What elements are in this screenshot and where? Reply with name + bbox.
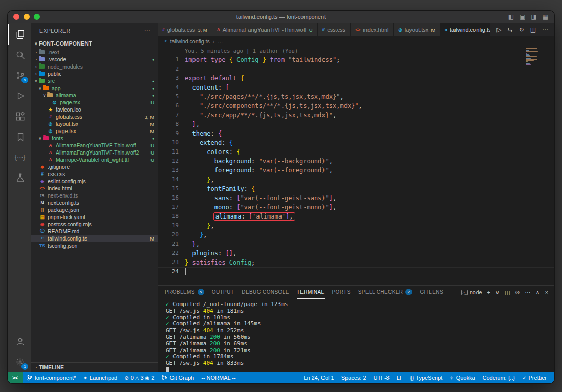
compare-icon[interactable]: ⇆ xyxy=(508,26,513,33)
panel-tab-problems[interactable]: PROBLEMS5 xyxy=(165,286,204,299)
editor-tab-AlimamaFangYuanTiVF-Thin.woff[interactable]: AAlimamaFangYuanTiVF-Thin.woffU xyxy=(212,23,318,36)
tree-item[interactable]: ›.next xyxy=(31,49,158,56)
more-icon[interactable]: ⋯ xyxy=(525,289,531,296)
status-launchpad[interactable]: ✦Launchpad xyxy=(79,372,121,383)
breadcrumb[interactable]: ≈ tailwind.config.ts › … xyxy=(158,36,554,47)
terminal-prompt[interactable] xyxy=(166,367,554,372)
close-button[interactable] xyxy=(13,14,19,20)
close-icon[interactable]: × xyxy=(545,289,548,295)
editor-tab-index.html[interactable]: <>index.html xyxy=(351,23,394,36)
run-icon[interactable]: ▷ xyxy=(496,26,501,33)
code-line[interactable]: 15 fontFamily: { xyxy=(158,184,554,193)
status-prettier[interactable]: ✓Prettier xyxy=(518,372,550,383)
activity-bookmarks[interactable] xyxy=(8,126,31,147)
trash-icon[interactable]: ⊘ xyxy=(515,289,520,296)
status-codeium[interactable]: Codeium: {..} xyxy=(479,372,519,383)
activity-flask[interactable] xyxy=(8,167,31,188)
status-indentation[interactable]: Spaces: 2 xyxy=(338,372,370,383)
split-icon[interactable]: ◫ xyxy=(505,289,510,296)
tree-item[interactable]: ›.vscode● xyxy=(31,56,158,63)
status-vim-mode[interactable]: -- NORMAL -- xyxy=(198,372,239,383)
code-line[interactable]: 12 background: "var(--background)", xyxy=(158,157,554,166)
zoom-button[interactable] xyxy=(34,14,40,20)
code-line[interactable]: 21 }, xyxy=(158,239,554,249)
tree-item[interactable]: {}package.json xyxy=(31,206,158,213)
code-line[interactable]: 14 }, xyxy=(158,175,554,184)
tree-item[interactable]: <>index.html xyxy=(31,185,158,192)
code-line[interactable]: 20 }, xyxy=(158,230,554,239)
history-icon[interactable]: ↻ xyxy=(519,26,524,33)
tree-item[interactable]: ∨src● xyxy=(31,77,158,84)
panel-tab-output[interactable]: OUTPUT xyxy=(212,286,234,299)
tree-item[interactable]: ▤pnpm-lock.yaml xyxy=(31,213,158,221)
tree-item[interactable]: AManrope-VariableFont_wght.ttfU xyxy=(31,156,158,163)
editor-tab-css.css[interactable]: #css.css xyxy=(318,23,351,36)
tree-item[interactable]: ∨app● xyxy=(31,84,158,92)
terminal-output[interactable]: ✓ Compiled /_not-found/page in 123msGET … xyxy=(158,299,554,372)
tree-item[interactable]: TStsconfig.json xyxy=(31,242,158,249)
code-line[interactable]: 11 colors: { xyxy=(158,147,554,157)
layout-panel-icon[interactable]: ▣ xyxy=(520,13,525,20)
panel-tab-ports[interactable]: PORTS xyxy=(332,286,351,299)
activity-settings[interactable]: 1 xyxy=(8,352,31,372)
code-line[interactable]: 3export default { xyxy=(158,74,554,83)
activity-run-debug[interactable] xyxy=(8,85,31,106)
code-line[interactable]: 13 foreground: "var(--foreground)", xyxy=(158,166,554,175)
tree-item[interactable]: ∨fonts● xyxy=(31,135,158,142)
gitlens-blame[interactable]: You, 5 minutes ago | 1 author (You) xyxy=(158,47,554,55)
minimap[interactable] xyxy=(526,48,549,66)
plus-icon[interactable]: + xyxy=(487,289,490,295)
chevron-up-icon[interactable]: ∧ xyxy=(536,289,540,296)
code-line[interactable]: 9 theme: { xyxy=(158,129,554,138)
activity-source-control[interactable]: 9 xyxy=(8,65,31,85)
status-problems-status[interactable]: ⊘0△3◉2 xyxy=(121,372,158,383)
code-line[interactable]: 22 plugins: [], xyxy=(158,249,554,258)
code-line[interactable]: 19 }, xyxy=(158,221,554,230)
tree-item[interactable]: AAlimamaFangYuanTiVF-Thin.woff2U xyxy=(31,149,158,156)
code-line[interactable]: 4 content: [ xyxy=(158,83,554,92)
status-language-mode[interactable]: {}TypeScript xyxy=(407,372,446,383)
layout-customize-icon[interactable]: ▦ xyxy=(543,13,548,20)
code-line[interactable]: 16 sans: ["var(--font-geist-sans)"], xyxy=(158,193,554,203)
status-cursor-position[interactable]: Ln 24, Col 1 xyxy=(300,372,337,383)
tree-item[interactable]: #globals.css3, M xyxy=(31,113,158,120)
code-line[interactable]: 24 xyxy=(158,267,554,276)
minimize-button[interactable] xyxy=(24,14,30,20)
code-line[interactable]: 6 "./src/components/**/*.{js,ts,jsx,tsx,… xyxy=(158,101,554,111)
editor-tab-tailwind.config.ts[interactable]: ≈tailwind.config.tsM× xyxy=(440,23,490,36)
tree-item[interactable]: ⓘREADME.md xyxy=(31,228,158,235)
status-git-graph[interactable]: Git Graph xyxy=(158,372,198,383)
timeline-section[interactable]: › TIMELINE xyxy=(31,362,158,372)
activity-braces-ext[interactable]: {⋯} xyxy=(8,147,31,167)
project-section-header[interactable]: ∨ FONT-COMPONENT xyxy=(31,38,158,49)
split-icon[interactable]: ◫ xyxy=(530,26,536,33)
code-line[interactable]: 7 "./src/app/**/*.{js,ts,jsx,tsx,mdx}", xyxy=(158,111,554,120)
tree-item[interactable]: tsnext-env.d.ts xyxy=(31,192,158,199)
code-line[interactable]: 17 mono: ["var(--font-geist-mono)"], xyxy=(158,203,554,212)
editor-tab-globals.css[interactable]: #globals.css3, M xyxy=(158,23,212,36)
tree-item[interactable]: ★favicon.ico xyxy=(31,106,158,113)
panel-tab-terminal[interactable]: TERMINAL xyxy=(297,286,325,299)
status-quokka[interactable]: ✧Quokka xyxy=(446,372,479,383)
activity-search[interactable] xyxy=(8,45,31,65)
tree-item[interactable]: ◆.gitignore xyxy=(31,163,158,170)
code-line[interactable]: 2 xyxy=(158,64,554,74)
tree-item[interactable]: #css.css xyxy=(31,170,158,178)
layout-sidebar-right-icon[interactable]: ◨ xyxy=(531,13,536,20)
code-line[interactable]: 1import type { Config } from "tailwindcs… xyxy=(158,55,554,64)
editor-tab-layout.tsx[interactable]: ◎layout.tsxM xyxy=(394,23,440,36)
activity-account[interactable] xyxy=(8,331,31,352)
panel-tab-spell-checker[interactable]: SPELL CHECKER2 xyxy=(358,286,413,299)
layout-sidebar-left-icon[interactable]: ◧ xyxy=(508,13,514,20)
code-line[interactable]: 8 ], xyxy=(158,120,554,129)
code-editor[interactable]: You, 5 minutes ago | 1 author (You) 1imp… xyxy=(158,47,554,285)
status-encoding[interactable]: UTF-8 xyxy=(370,372,393,383)
tree-item[interactable]: ◎page.tsxM xyxy=(31,127,158,135)
tree-item[interactable]: ◎layout.tsxM xyxy=(31,120,158,127)
code-line[interactable]: 23} satisfies Config; xyxy=(158,258,554,267)
panel-tab-debug-console[interactable]: DEBUG CONSOLE xyxy=(242,286,289,299)
tree-item[interactable]: ›node_modules xyxy=(31,63,158,70)
tree-item[interactable]: Nnext.config.ts xyxy=(31,199,158,206)
status-eol[interactable]: LF xyxy=(393,372,407,383)
tree-item[interactable]: ∨alimama● xyxy=(31,92,158,99)
